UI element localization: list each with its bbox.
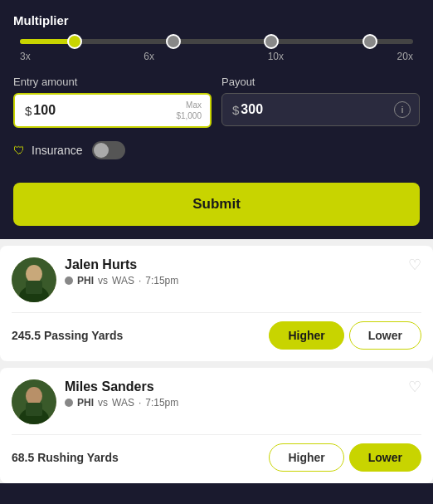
player-meta-miles: PHI vs WAS · 7:15pm: [65, 397, 408, 409]
entry-amount-input[interactable]: [33, 103, 200, 118]
power-icon-jalen: [65, 276, 73, 285]
payout-field: Payout $ 300 i: [221, 76, 420, 128]
stat-label-miles: 68.5 Rushing Yards: [12, 451, 119, 464]
entry-amount-label: Entry amount: [13, 76, 212, 88]
insurance-toggle[interactable]: [92, 141, 125, 159]
lower-button-miles[interactable]: Lower: [349, 443, 421, 472]
payout-value: 300: [241, 102, 263, 117]
player-info-jalen: Jalen Hurts PHI vs WAS · 7:15pm: [65, 257, 408, 286]
player-info-miles: Miles Sanders PHI vs WAS · 7:15pm: [65, 379, 408, 409]
entry-currency-symbol: $: [25, 104, 32, 118]
bet-buttons-miles: Higher Lower: [269, 443, 421, 472]
entry-amount-field: Entry amount $ Max $1,000: [13, 76, 212, 128]
avatar-miles: [12, 379, 56, 424]
svg-rect-7: [26, 403, 42, 416]
insurance-label: Insurance: [32, 144, 82, 157]
slider-label-10x: 10x: [268, 51, 284, 62]
player-name-miles: Miles Sanders: [65, 379, 408, 394]
slider-thumb-4[interactable]: [362, 34, 377, 49]
svg-point-1: [26, 265, 42, 283]
time-miles: 7:15pm: [145, 397, 178, 409]
favorite-button-miles[interactable]: ♡: [408, 379, 421, 394]
favorite-button-jalen[interactable]: ♡: [408, 257, 421, 272]
slider-thumb-3[interactable]: [264, 34, 279, 49]
vs-label-miles: vs: [98, 397, 108, 409]
team-code-jalen: PHI: [77, 275, 94, 286]
slider-labels: 3x 6x 10x 20x: [20, 51, 413, 62]
higher-button-jalen[interactable]: Higher: [269, 321, 343, 350]
stat-row-miles: 68.5 Rushing Yards Higher Lower: [12, 434, 421, 483]
slider-thumb-2[interactable]: [166, 34, 181, 49]
separator-miles: ·: [139, 397, 141, 409]
payout-wrapper: $ 300 i: [221, 93, 420, 126]
payout-label: Payout: [221, 76, 420, 88]
multiplier-slider[interactable]: 3x 6x 10x 20x: [20, 39, 413, 62]
insurance-row: 🛡 Insurance: [13, 141, 420, 159]
higher-button-miles[interactable]: Higher: [269, 443, 343, 472]
svg-point-5: [26, 387, 42, 405]
slider-track: [20, 39, 413, 44]
opponent-jalen: WAS: [112, 275, 134, 286]
time-jalen: 7:15pm: [145, 275, 178, 286]
entry-input-wrapper[interactable]: $ Max $1,000: [13, 93, 212, 128]
player-card-miles: Miles Sanders PHI vs WAS · 7:15pm ♡ 68.5…: [0, 368, 433, 483]
opponent-miles: WAS: [112, 397, 134, 409]
stat-row-jalen: 245.5 Passing Yards Higher Lower: [12, 312, 421, 361]
player-meta-jalen: PHI vs WAS · 7:15pm: [65, 275, 408, 286]
slider-thumb-active[interactable]: [67, 34, 82, 49]
player-name-jalen: Jalen Hurts: [65, 257, 408, 272]
separator-jalen: ·: [139, 275, 141, 286]
toggle-knob: [94, 143, 109, 158]
slider-label-6x: 6x: [144, 51, 154, 62]
shield-icon: 🛡: [13, 144, 25, 157]
submit-button[interactable]: Submit: [13, 183, 420, 226]
player-card-jalen: Jalen Hurts PHI vs WAS · 7:15pm ♡ 245.5 …: [0, 246, 433, 361]
lower-button-jalen[interactable]: Lower: [349, 321, 421, 350]
bet-buttons-jalen: Higher Lower: [269, 321, 421, 350]
power-icon-miles: [65, 399, 73, 407]
max-hint: Max $1,000: [176, 100, 202, 121]
team-code-miles: PHI: [77, 397, 94, 409]
payout-info-icon[interactable]: i: [394, 101, 411, 118]
slider-label-3x: 3x: [20, 51, 31, 62]
multiplier-label: Multiplier: [13, 13, 420, 27]
players-section: Jalen Hurts PHI vs WAS · 7:15pm ♡ 245.5 …: [0, 239, 433, 483]
stat-label-jalen: 245.5 Passing Yards: [12, 329, 123, 342]
svg-rect-3: [26, 281, 42, 294]
payout-currency-symbol: $: [232, 103, 239, 117]
avatar-jalen: [12, 257, 56, 302]
player-header-miles: Miles Sanders PHI vs WAS · 7:15pm ♡: [12, 379, 421, 424]
amounts-row: Entry amount $ Max $1,000 Payout $ 300 i: [13, 76, 420, 128]
player-header-jalen: Jalen Hurts PHI vs WAS · 7:15pm ♡: [12, 257, 421, 302]
vs-label-jalen: vs: [98, 275, 108, 286]
slider-label-20x: 20x: [397, 51, 413, 62]
